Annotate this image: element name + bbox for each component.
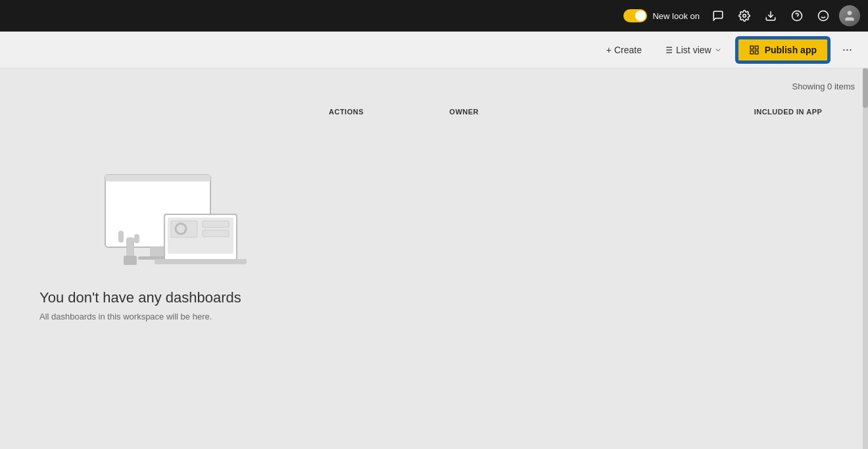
- publish-app-label: Publish app: [765, 45, 817, 55]
- col-header-owner: OWNER: [449, 108, 537, 116]
- showing-count: Showing 0 items: [792, 82, 855, 91]
- svg-point-0: [743, 14, 746, 18]
- action-toolbar: + Create List view Publish app ···: [0, 32, 868, 68]
- user-avatar[interactable]: [839, 5, 860, 26]
- list-view-icon: [663, 45, 673, 55]
- empty-title: You don't have any dashboards: [39, 289, 241, 306]
- col-header-included-in-app: INCLUDED IN APP: [754, 108, 842, 116]
- list-view-button[interactable]: List view: [656, 41, 729, 59]
- comment-icon-btn[interactable]: [708, 5, 729, 26]
- svg-point-7: [848, 11, 852, 16]
- svg-rect-31: [134, 234, 139, 243]
- svg-rect-27: [203, 221, 229, 227]
- more-label: ···: [842, 43, 852, 57]
- list-view-label: List view: [676, 45, 711, 55]
- main-content-area: Showing 0 items ACTIONS OWNER INCLUDED I…: [0, 68, 868, 449]
- svg-rect-16: [755, 51, 758, 54]
- settings-icon-btn[interactable]: [734, 5, 755, 26]
- column-headers: ACTIONS OWNER INCLUDED IN APP: [0, 108, 868, 116]
- chevron-down-icon: [714, 46, 722, 54]
- avatar-image: [839, 5, 860, 26]
- empty-subtitle: All dashboards in this workspace will be…: [39, 312, 212, 321]
- new-look-toggle[interactable]: [623, 9, 647, 22]
- col-header-actions: ACTIONS: [329, 108, 416, 116]
- new-look-label: New look on: [652, 11, 700, 21]
- svg-rect-20: [150, 247, 166, 258]
- empty-illustration: [53, 142, 263, 273]
- empty-state: You don't have any dashboards All dashbo…: [0, 122, 868, 341]
- comment-icon: [712, 10, 724, 22]
- svg-rect-14: [750, 46, 754, 49]
- svg-rect-17: [750, 51, 754, 54]
- top-navigation: New look on: [0, 0, 868, 32]
- smiley-icon-btn[interactable]: [813, 5, 834, 26]
- svg-rect-24: [155, 259, 247, 264]
- scrollbar-thumb[interactable]: [863, 68, 868, 108]
- publish-app-button[interactable]: Publish app: [736, 37, 829, 62]
- svg-point-4: [819, 11, 829, 21]
- svg-rect-29: [126, 237, 134, 257]
- help-icon: [791, 10, 803, 22]
- svg-rect-28: [203, 230, 229, 237]
- new-look-toggle-container: New look on: [623, 9, 700, 22]
- settings-icon: [738, 10, 750, 22]
- create-button[interactable]: + Create: [600, 41, 648, 59]
- svg-rect-15: [755, 46, 758, 49]
- create-label: + Create: [606, 45, 642, 55]
- more-options-button[interactable]: ···: [837, 39, 857, 60]
- download-icon-btn[interactable]: [760, 5, 781, 26]
- download-icon: [765, 10, 777, 22]
- help-icon-btn[interactable]: [786, 5, 808, 26]
- smiley-icon: [817, 10, 829, 22]
- publish-app-icon: [749, 45, 760, 55]
- scrollbar-track[interactable]: [863, 68, 868, 449]
- svg-rect-19: [105, 175, 210, 181]
- svg-rect-32: [124, 256, 137, 265]
- svg-rect-30: [118, 231, 124, 243]
